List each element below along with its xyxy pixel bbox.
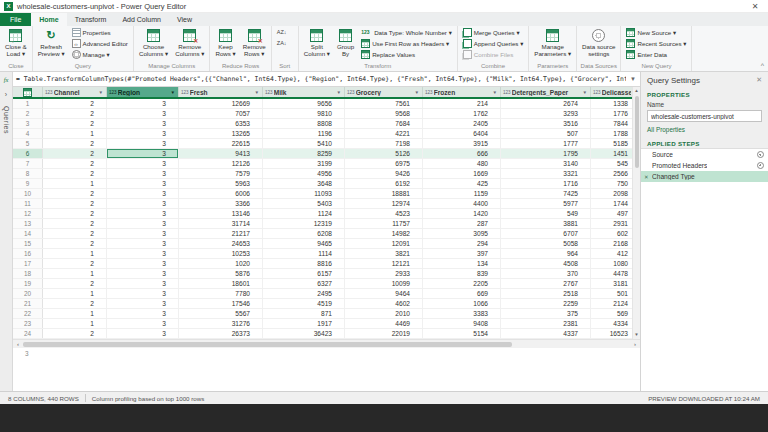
applied-step-changed-type[interactable]: ✕Changed Type [641, 171, 768, 182]
table-cell[interactable]: 9408 [423, 319, 501, 328]
table-cell[interactable]: 1 [43, 309, 107, 318]
table-cell[interactable]: 3 [107, 229, 179, 238]
table-cell[interactable]: 2495 [263, 289, 345, 298]
column-header-frozen[interactable]: 123Frozen▼ [423, 87, 501, 97]
delete-step-icon[interactable]: ✕ [644, 174, 652, 180]
table-cell[interactable]: 2 [43, 139, 107, 148]
table-cell[interactable]: 7684 [345, 119, 423, 128]
table-cell[interactable]: 3 [107, 209, 179, 218]
gear-icon[interactable] [757, 151, 764, 158]
row-number[interactable]: 2 [13, 109, 43, 118]
column-header-milk[interactable]: 123Milk▼ [263, 87, 345, 97]
row-number[interactable]: 5 [13, 139, 43, 148]
table-cell[interactable]: 12669 [179, 99, 263, 108]
row-number[interactable]: 21 [13, 299, 43, 308]
filter-dropdown-icon[interactable]: ▼ [254, 90, 259, 95]
table-cell[interactable]: 1066 [423, 299, 501, 308]
table-cell[interactable]: 3 [107, 139, 179, 148]
table-cell[interactable]: 3199 [263, 159, 345, 168]
menu-tab-view[interactable]: View [169, 13, 200, 26]
row-number[interactable]: 18 [13, 269, 43, 278]
table-cell[interactable]: 3516 [501, 119, 591, 128]
table-cell[interactable]: 2 [43, 299, 107, 308]
row-number[interactable]: 6 [13, 149, 43, 158]
table-cell[interactable]: 2381 [501, 319, 591, 328]
ribbon-button-data-type-whole-number[interactable]: Data Type: Whole Number ▾ [358, 27, 455, 38]
table-cell[interactable]: 6404 [423, 129, 501, 138]
table-cell[interactable]: 3095 [423, 229, 501, 238]
ribbon-button-use-first-row-as-headers[interactable]: Use First Row as Headers ▾ [358, 38, 455, 49]
table-cell[interactable]: 3915 [423, 139, 501, 148]
query-name-input[interactable] [647, 110, 762, 122]
row-number[interactable]: 1 [13, 99, 43, 108]
table-cell[interactable]: 1159 [423, 189, 501, 198]
table-cell[interactable]: 9810 [263, 109, 345, 118]
table-cell[interactable]: 8816 [263, 259, 345, 268]
table-cell[interactable]: 3 [107, 99, 179, 108]
table-cell[interactable]: 3 [107, 149, 179, 158]
table-cell[interactable]: 2518 [501, 289, 591, 298]
table-cell[interactable]: 5410 [263, 139, 345, 148]
row-number[interactable]: 16 [13, 249, 43, 258]
table-cell[interactable]: 36423 [263, 329, 345, 338]
gear-icon[interactable] [757, 162, 764, 169]
table-cell[interactable]: 1114 [263, 249, 345, 258]
column-profiling-setting[interactable]: Column profiling based on top 1000 rows [92, 395, 204, 402]
table-cell[interactable]: 3 [107, 269, 179, 278]
row-number[interactable]: 4 [13, 129, 43, 138]
all-properties-link[interactable]: All Properties [641, 125, 768, 137]
formula-expand-icon[interactable]: ▼ [626, 76, 640, 82]
formula-input[interactable]: = Table.TransformColumnTypes(#"Promoted … [13, 75, 626, 83]
column-header-region[interactable]: 123Region▼ [107, 87, 179, 97]
table-cell[interactable]: 5876 [179, 269, 263, 278]
filter-dropdown-icon[interactable]: ▼ [98, 90, 103, 95]
table-cell[interactable]: 7780 [179, 289, 263, 298]
vertical-scroll-thumb[interactable] [635, 96, 639, 168]
table-cell[interactable]: 4508 [501, 259, 591, 268]
row-number[interactable]: 24 [13, 329, 43, 338]
table-cell[interactable]: 2205 [423, 279, 501, 288]
table-cell[interactable]: 5403 [263, 199, 345, 208]
table-cell[interactable]: 12091 [345, 239, 423, 248]
row-number[interactable]: 22 [13, 309, 43, 318]
applied-step-promoted-headers[interactable]: Promoted Headers [641, 160, 768, 171]
filter-dropdown-icon[interactable]: ▼ [170, 90, 175, 95]
ribbon-button-split-column[interactable]: SplitColumn ▾ [301, 27, 333, 62]
table-cell[interactable]: 31276 [179, 319, 263, 328]
row-number[interactable]: 12 [13, 209, 43, 218]
table-cell[interactable]: 4523 [345, 209, 423, 218]
table-cell[interactable]: 3 [107, 289, 179, 298]
table-cell[interactable]: 2 [43, 169, 107, 178]
ribbon-button-enter-data[interactable]: Enter Data [623, 49, 689, 60]
table-cell[interactable]: 3 [107, 279, 179, 288]
table-cell[interactable]: 7561 [345, 99, 423, 108]
table-cell[interactable]: 2 [43, 119, 107, 128]
ribbon-button-manage-parameters[interactable]: ManageParameters ▾ [531, 27, 574, 62]
column-header-grocery[interactable]: 123Grocery▼ [345, 87, 423, 97]
scroll-up-icon[interactable]: ▲ [633, 87, 640, 95]
table-cell[interactable]: 871 [263, 309, 345, 318]
table-cell[interactable]: 5567 [179, 309, 263, 318]
ribbon-button-sort-za[interactable] [274, 38, 296, 49]
table-cell[interactable]: 1917 [263, 319, 345, 328]
table-cell[interactable]: 3 [107, 329, 179, 338]
table-cell[interactable]: 12121 [345, 259, 423, 268]
table-cell[interactable]: 2 [43, 279, 107, 288]
table-cell[interactable]: 4519 [263, 299, 345, 308]
grid-corner-cell[interactable] [13, 87, 43, 97]
table-cell[interactable]: 12974 [345, 199, 423, 208]
row-number[interactable]: 15 [13, 239, 43, 248]
table-cell[interactable]: 18881 [345, 189, 423, 198]
table-cell[interactable]: 3293 [501, 109, 591, 118]
row-number[interactable]: 23 [13, 319, 43, 328]
table-cell[interactable]: 1420 [423, 209, 501, 218]
ribbon-button-append-queries[interactable]: Append Queries ▾ [460, 38, 527, 49]
table-cell[interactable]: 839 [423, 269, 501, 278]
table-cell[interactable]: 13265 [179, 129, 263, 138]
collapse-ribbon-icon[interactable]: ^ [761, 62, 764, 69]
table-cell[interactable]: 1669 [423, 169, 501, 178]
ribbon-button-close-load[interactable]: Close &Load ▾ [2, 27, 30, 62]
table-cell[interactable]: 2933 [345, 269, 423, 278]
table-cell[interactable]: 3 [107, 259, 179, 268]
table-cell[interactable]: 3881 [501, 219, 591, 228]
